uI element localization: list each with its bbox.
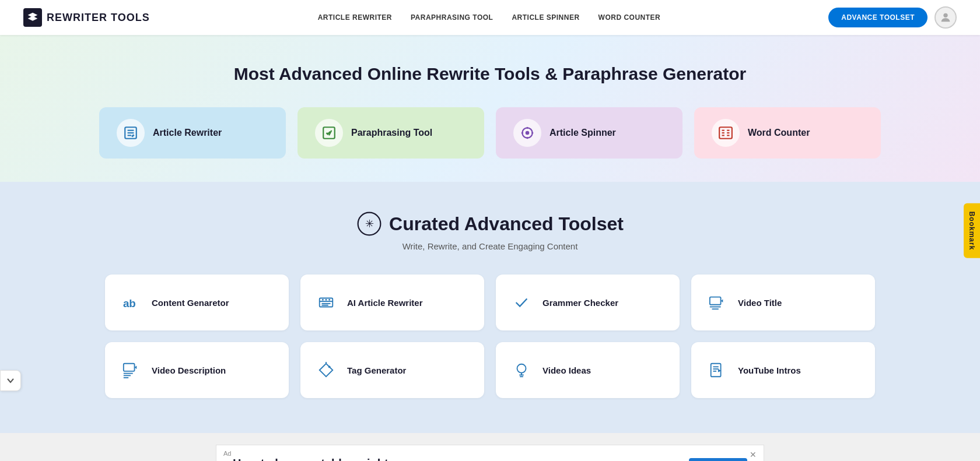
ad-close-button[interactable]: ✕ [750,450,757,459]
svg-point-9 [526,137,528,139]
user-avatar[interactable] [935,6,957,29]
tool-card-word-counter[interactable]: Word Counter [694,107,881,159]
svg-point-11 [531,132,533,133]
adv-card-content-generator[interactable]: ab Content Genaretor [105,275,289,330]
svg-rect-12 [719,127,732,139]
content-generator-icon: ab [119,291,142,314]
logo-text: REWRITER TOOLS [47,12,150,24]
hero-tool-cards: Article Rewriter Paraphrasing Tool [82,107,898,159]
nav-links: ARTICLE REWRITER PARAPHRASING TOOL ARTIC… [318,13,661,22]
hero-title: Most Advanced Online Rewrite Tools & Par… [23,64,957,84]
navbar: REWRITER TOOLS ARTICLE REWRITER PARAPHRA… [0,0,980,35]
adv-card-video-title[interactable]: Video Title [691,275,875,330]
logo[interactable]: REWRITER TOOLS [23,8,150,27]
adv-card-video-desc[interactable]: Video Description [105,342,289,398]
advanced-subtitle: Write, Rewrite, and Create Engaging Cont… [23,241,957,251]
tool-card-article-spinner[interactable]: Article Spinner [496,107,682,159]
ad-open-button[interactable]: Open [689,458,747,461]
article-spinner-icon [513,119,541,147]
video-desc-svg [122,361,139,379]
youtube-intros-icon [705,358,729,382]
advanced-tools-grid: ab Content Genaretor AI Article Rewriter [105,275,875,398]
hero-section: Most Advanced Online Rewrite Tools & Par… [0,35,980,182]
paraphrasing-svg [321,125,337,140]
bookmark-tab[interactable]: Bookmark [964,203,980,258]
video-ideas-svg [513,361,530,379]
advanced-section: ✳ Curated Advanced Toolset Write, Rewrit… [0,182,980,433]
svg-point-7 [526,131,530,135]
video-title-label: Video Title [738,298,782,308]
video-ideas-icon [510,358,533,382]
tool-card-article-rewriter[interactable]: Article Rewriter [99,107,286,159]
paraphrasing-label: Paraphrasing Tool [351,128,432,138]
video-title-icon [705,291,729,314]
svg-rect-29 [710,297,721,305]
nav-link-article-rewriter[interactable]: ARTICLE REWRITER [318,13,392,22]
adv-card-grammar[interactable]: Grammer Checker [496,275,680,330]
logo-icon [23,8,42,27]
youtube-intros-svg [708,361,726,379]
ai-rewriter-label: AI Article Rewriter [347,298,423,308]
svg-point-0 [943,13,947,17]
ai-rewriter-svg [317,294,335,311]
svg-rect-33 [124,364,135,371]
svg-point-24 [322,299,324,301]
video-desc-icon [119,358,142,382]
brain-icon: ✳ [356,211,382,237]
video-desc-label: Video Description [152,365,226,375]
nav-link-paraphrasing[interactable]: PARAPHRASING TOOL [411,13,493,22]
ad-label: Ad [223,450,231,457]
svg-point-25 [326,299,327,301]
svg-point-10 [522,132,523,133]
svg-point-38 [328,366,331,368]
article-rewriter-label: Article Rewriter [153,128,222,138]
adv-card-video-ideas[interactable]: Video Ideas [496,342,680,398]
ad-headline: How to keep a stable weight. [233,457,666,461]
avatar-icon [939,11,952,24]
adv-card-tag-gen[interactable]: Tag Generator [300,342,484,398]
tool-card-paraphrasing[interactable]: Paraphrasing Tool [298,107,484,159]
grammar-svg [513,294,530,311]
ai-rewriter-icon [314,291,338,314]
grammar-icon [510,291,533,314]
adv-card-ai-rewriter[interactable]: AI Article Rewriter [300,275,484,330]
grammar-label: Grammer Checker [542,298,618,308]
word-counter-icon [712,119,740,147]
tag-gen-icon [314,358,338,382]
article-spinner-label: Article Spinner [550,128,616,138]
svg-point-26 [328,299,330,301]
advance-toolset-button[interactable]: ADVANCE TOOLSET [828,8,928,27]
svg-text:ab: ab [123,297,136,309]
article-rewriter-svg [123,125,138,140]
nav-link-article-spinner[interactable]: ARTICLE SPINNER [512,13,579,22]
ad-banner: Ad ✕ How to keep a stable weight. Gained… [216,445,764,461]
logo-svg [27,12,38,23]
svg-point-40 [517,364,526,373]
chevron-down-icon [6,376,15,385]
youtube-intros-label: YouTube Intros [738,365,801,375]
video-ideas-label: Video Ideas [542,365,591,375]
svg-point-8 [526,127,528,129]
article-spinner-svg [520,125,535,140]
collapse-button[interactable] [0,370,21,391]
article-rewriter-icon [117,119,145,147]
adv-card-youtube-intros[interactable]: YouTube Intros [691,342,875,398]
paraphrasing-icon [315,119,343,147]
ad-banner-wrapper: Ad ✕ How to keep a stable weight. Gained… [0,433,980,461]
advanced-header: ✳ Curated Advanced Toolset Write, Rewrit… [23,211,957,251]
word-counter-svg [718,125,733,140]
nav-right: ADVANCE TOOLSET [828,6,957,29]
advanced-title: Curated Advanced Toolset [389,213,624,235]
tag-gen-svg [317,361,335,379]
ad-text: How to keep a stable weight. Gained the … [233,457,666,461]
word-counter-label: Word Counter [748,128,810,138]
content-gen-svg: ab [122,294,139,311]
video-title-svg [708,294,726,311]
svg-text:✳: ✳ [365,218,374,230]
content-generator-label: Content Genaretor [152,298,229,308]
nav-link-word-counter[interactable]: WORD COUNTER [598,13,661,22]
tag-gen-label: Tag Generator [347,365,406,375]
